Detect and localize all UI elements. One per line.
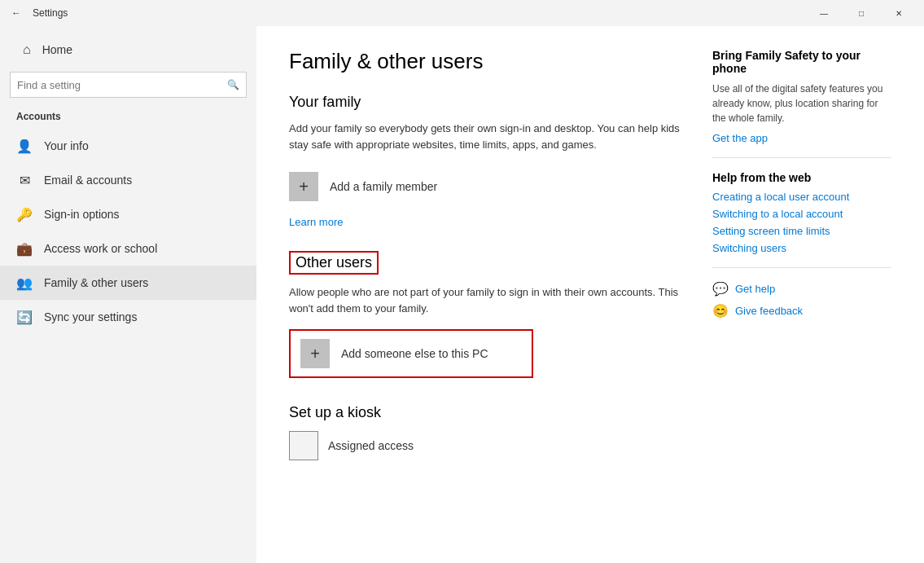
other-users-title: Other users: [289, 251, 379, 275]
maximize-button[interactable]: □: [843, 0, 880, 26]
minimize-button[interactable]: —: [805, 0, 843, 26]
learn-more-link[interactable]: Learn more: [289, 216, 343, 228]
help-from-web-title: Help from the web: [712, 171, 891, 184]
kiosk-section: Set up a kiosk Assigned access: [289, 404, 680, 460]
email-icon: ✉: [16, 173, 33, 188]
sign-in-icon: 🔑: [16, 207, 33, 222]
add-someone-button[interactable]: + Add someone else to this PC: [289, 329, 533, 378]
accounts-section-label: Accounts: [0, 108, 256, 129]
window-controls: — □ ✕: [805, 0, 917, 26]
help-from-web-section: Help from the web Creating a local user …: [712, 171, 891, 254]
right-sidebar: Bring Family Safety to your phone Use al…: [712, 49, 891, 540]
add-family-member-button[interactable]: + Add a family member: [289, 165, 680, 208]
other-users-section: Other users Allow people who are not par…: [289, 251, 680, 378]
main-layout: ⌂ Home 🔍 Accounts 👤 Your info ✉ Email & …: [0, 26, 924, 563]
content-area: Family & other users Your family Add you…: [256, 26, 924, 563]
content-main: Family & other users Your family Add you…: [289, 49, 680, 540]
family-safety-desc: Use all of the digital safety features y…: [712, 81, 891, 125]
get-help-link: Get help: [735, 283, 775, 295]
get-help-row[interactable]: 💬 Get help: [712, 281, 891, 297]
back-button[interactable]: ←: [7, 3, 26, 23]
add-family-plus-icon: +: [289, 172, 318, 201]
sidebar: ⌂ Home 🔍 Accounts 👤 Your info ✉ Email & …: [0, 26, 256, 563]
link-switching-local-account[interactable]: Switching to a local account: [712, 208, 891, 220]
sidebar-item-sync-settings[interactable]: 🔄 Sync your settings: [0, 300, 256, 334]
sidebar-item-sign-in-options[interactable]: 🔑 Sign-in options: [0, 197, 256, 231]
add-someone-label: Add someone else to this PC: [341, 347, 488, 360]
sign-in-label: Sign-in options: [44, 208, 120, 221]
get-app-link[interactable]: Get the app: [712, 132, 891, 144]
kiosk-title: Set up a kiosk: [289, 404, 680, 421]
page-title: Family & other users: [289, 49, 680, 74]
get-help-icon: 💬: [712, 281, 729, 297]
home-label: Home: [42, 43, 72, 56]
titlebar-title: Settings: [33, 7, 805, 19]
your-info-label: Your info: [44, 139, 89, 152]
assigned-access-row: Assigned access: [289, 431, 680, 460]
email-label: Email & accounts: [44, 174, 132, 187]
titlebar: ← Settings — □ ✕: [0, 0, 924, 26]
right-divider-1: [712, 157, 891, 158]
your-family-title: Your family: [289, 94, 680, 111]
home-icon: ⌂: [23, 42, 31, 57]
assigned-access-toggle[interactable]: [289, 431, 318, 460]
work-school-icon: 💼: [16, 241, 33, 257]
back-icon: ←: [11, 7, 21, 19]
family-safety-title: Bring Family Safety to your phone: [712, 49, 891, 75]
close-button[interactable]: ✕: [880, 0, 917, 26]
other-users-desc: Allow people who are not part of your fa…: [289, 284, 680, 316]
your-info-icon: 👤: [16, 139, 33, 154]
your-family-section: Your family Add your family so everybody…: [289, 94, 680, 251]
work-school-label: Access work or school: [44, 242, 157, 255]
sync-label: Sync your settings: [44, 310, 137, 323]
sidebar-item-email-accounts[interactable]: ✉ Email & accounts: [0, 163, 256, 197]
link-creating-local-account[interactable]: Creating a local user account: [712, 191, 891, 203]
family-safety-section: Bring Family Safety to your phone Use al…: [712, 49, 891, 144]
add-someone-plus-icon: +: [300, 339, 330, 368]
sidebar-item-your-info[interactable]: 👤 Your info: [0, 129, 256, 163]
sync-icon: 🔄: [16, 310, 33, 325]
search-box[interactable]: 🔍: [10, 72, 247, 98]
link-switching-users[interactable]: Switching users: [712, 242, 891, 254]
sidebar-item-home[interactable]: ⌂ Home: [7, 34, 250, 65]
give-feedback-icon: 😊: [712, 303, 729, 319]
your-family-desc: Add your family so everybody gets their …: [289, 121, 680, 152]
family-icon: 👥: [16, 275, 33, 291]
assigned-access-label: Assigned access: [328, 439, 414, 452]
search-input[interactable]: [17, 79, 227, 91]
give-feedback-link: Give feedback: [735, 305, 803, 317]
give-feedback-row[interactable]: 😊 Give feedback: [712, 303, 891, 319]
search-icon: 🔍: [227, 79, 239, 90]
sidebar-item-family-other-users[interactable]: 👥 Family & other users: [0, 266, 256, 300]
add-family-member-label: Add a family member: [330, 180, 437, 193]
right-divider-2: [712, 267, 891, 268]
link-setting-screen-time[interactable]: Setting screen time limits: [712, 225, 891, 237]
sidebar-item-access-work-school[interactable]: 💼 Access work or school: [0, 231, 256, 266]
family-label: Family & other users: [44, 276, 148, 289]
